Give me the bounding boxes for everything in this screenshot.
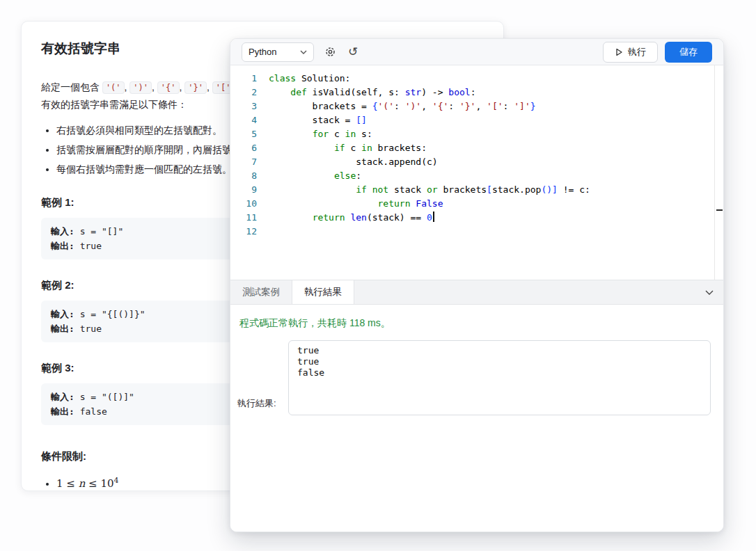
code-token: return	[378, 198, 411, 209]
output-label: 輸出:	[51, 241, 74, 251]
code-token: ,	[421, 101, 432, 111]
code-token	[269, 87, 290, 97]
code-token: if	[356, 184, 367, 195]
input-value: s = "[]"	[80, 226, 124, 237]
text-cursor	[433, 211, 434, 222]
code-line[interactable]: return len(stack) == 0	[269, 211, 723, 225]
chip-separator: ,	[152, 81, 157, 93]
line-numbers: 123456789101112	[230, 65, 257, 280]
code-line[interactable]: stack = []	[269, 113, 723, 127]
code-token	[269, 212, 313, 223]
code-line[interactable]: return False	[269, 197, 723, 211]
output-value: true	[80, 324, 102, 334]
line-number: 3	[230, 99, 257, 113]
output-row: 執行結果: true true false	[237, 340, 711, 415]
output-label: 執行結果:	[237, 397, 288, 415]
code-line[interactable]: class Solution:	[269, 72, 723, 86]
code-token: }	[530, 101, 536, 111]
language-selector[interactable]: Python	[242, 42, 314, 62]
code-token: brackets =	[269, 101, 372, 111]
code-line[interactable]: else:	[269, 169, 723, 183]
output-box: true true false	[288, 340, 711, 415]
results-panel: 程式碼正常執行，共耗時 118 ms。 執行結果: true true fals…	[230, 305, 723, 532]
code-token: brackets:	[372, 143, 427, 153]
code-token: stack	[388, 184, 427, 195]
line-number: 10	[230, 197, 257, 211]
code-token: return	[313, 212, 345, 223]
code-line[interactable]: stack.append(c)	[269, 155, 723, 169]
math-sup: 4	[114, 476, 119, 485]
code-token: :	[471, 87, 476, 97]
output-label: 輸出:	[51, 324, 74, 334]
overview-cursor-mark	[716, 209, 723, 211]
code-token: ()	[541, 184, 552, 195]
line-number: 4	[230, 113, 257, 127]
undo-icon: ↺	[348, 46, 358, 58]
input-value: s = "{[()]}"	[80, 309, 145, 319]
tab-testcases[interactable]: 測試案例	[230, 280, 292, 304]
output-line: false	[297, 367, 702, 378]
output-value: false	[80, 406, 107, 417]
code-token: bool	[448, 87, 470, 97]
code-token: '['	[487, 101, 503, 111]
code-line[interactable]	[269, 225, 723, 239]
editor-scrollbar[interactable]	[714, 65, 723, 280]
code-token: :	[503, 101, 514, 111]
code-token: c	[329, 129, 345, 139]
input-label: 輸入:	[51, 226, 74, 237]
save-button[interactable]: 儲存	[665, 42, 712, 63]
line-number: 8	[230, 169, 257, 183]
code-token: else	[334, 170, 356, 181]
settings-button[interactable]	[323, 45, 338, 59]
chevron-down-icon	[300, 50, 307, 54]
math-mid: ≤ 10	[85, 477, 113, 490]
tab-results[interactable]: 執行結果	[292, 280, 354, 304]
code-token: '}'	[459, 101, 475, 111]
line-number: 5	[230, 127, 257, 141]
chip-separator: ,	[207, 81, 212, 93]
code-token: ]	[552, 184, 558, 195]
collapse-panel-button[interactable]	[695, 280, 723, 304]
code-line[interactable]: def isValid(self, s: str) -> bool:	[269, 86, 723, 99]
code-token: '('	[378, 101, 394, 111]
line-number: 2	[230, 86, 257, 99]
code-token: str	[405, 87, 421, 97]
line-number: 9	[230, 183, 257, 197]
reset-code-button[interactable]: ↺	[347, 45, 359, 59]
input-label: 輸入:	[51, 392, 74, 402]
chevron-down-icon	[705, 290, 714, 295]
code-token: :	[356, 170, 361, 181]
intro-prefix-text: 給定一個包含	[41, 81, 102, 93]
code-token: stack.pop	[492, 184, 541, 195]
code-token: (stack) ==	[367, 212, 427, 223]
line-number: 7	[230, 155, 257, 169]
code-line[interactable]: if not stack or brackets[stack.pop()] !=…	[269, 183, 723, 197]
line-number: 1	[230, 72, 257, 86]
code-token: []	[356, 115, 367, 125]
code-line[interactable]: for c in s:	[269, 127, 723, 141]
code-token: or	[427, 184, 438, 195]
bracket-chip: ')'	[129, 81, 152, 94]
code-line[interactable]: if c in brackets:	[269, 141, 723, 155]
bracket-chip: '('	[102, 81, 125, 94]
code-token: 0	[427, 212, 432, 223]
line-number: 11	[230, 211, 257, 225]
code-line[interactable]: brackets = {'(': ')', '{': '}', '[': ']'…	[269, 99, 723, 113]
math-expression: 1 ≤ n ≤ 104	[56, 477, 119, 490]
input-label: 輸入:	[51, 309, 74, 319]
code-token: s:	[356, 129, 372, 139]
code-token	[269, 184, 356, 195]
code-editor[interactable]: 123456789101112 class Solution: def isVa…	[230, 65, 723, 280]
editor-toolbar: Python ↺ 執行 儲存	[230, 39, 723, 65]
output-line: true	[297, 356, 702, 367]
line-number: 12	[230, 225, 257, 239]
bracket-chip: '}'	[184, 81, 207, 94]
code-token: ,	[475, 101, 487, 111]
code-lines[interactable]: class Solution: def isValid(self, s: str…	[257, 65, 723, 280]
code-token: != c:	[558, 184, 590, 195]
code-token: not	[372, 184, 388, 195]
code-token: :	[394, 101, 405, 111]
play-icon	[615, 48, 623, 56]
line-number: 6	[230, 141, 257, 155]
run-button[interactable]: 執行	[603, 42, 658, 63]
